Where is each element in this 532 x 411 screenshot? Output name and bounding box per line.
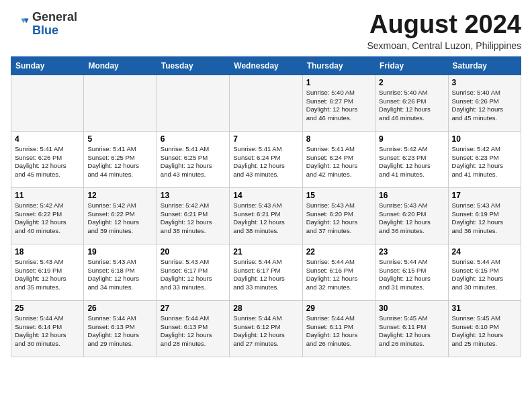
- calendar-cell: 31Sunrise: 5:45 AMSunset: 6:10 PMDayligh…: [448, 300, 521, 357]
- calendar-cell: [84, 75, 157, 131]
- calendar-cell: 13Sunrise: 5:42 AMSunset: 6:21 PMDayligh…: [157, 187, 229, 244]
- day-info: Sunrise: 5:43 AMSunset: 6:19 PMDaylight:…: [15, 258, 80, 292]
- day-number: 18: [15, 247, 80, 257]
- day-info: Sunrise: 5:44 AMSunset: 6:11 PMDaylight:…: [306, 314, 371, 349]
- day-number: 15: [306, 191, 371, 200]
- weekday-header-row: SundayMondayTuesdayWednesdayThursdayFrid…: [11, 56, 521, 75]
- day-info: Sunrise: 5:40 AMSunset: 6:26 PMDaylight:…: [452, 89, 517, 123]
- day-number: 1: [306, 78, 371, 87]
- calendar-cell: [157, 75, 229, 131]
- day-info: Sunrise: 5:41 AMSunset: 6:26 PMDaylight:…: [15, 145, 80, 179]
- logo-blue-text: Blue: [32, 24, 58, 37]
- calendar-header: SundayMondayTuesdayWednesdayThursdayFrid…: [11, 56, 521, 75]
- weekday-header-thursday: Thursday: [302, 56, 375, 75]
- day-info: Sunrise: 5:44 AMSunset: 6:15 PMDaylight:…: [452, 258, 517, 292]
- calendar-cell: 18Sunrise: 5:43 AMSunset: 6:19 PMDayligh…: [11, 244, 84, 300]
- day-info: Sunrise: 5:43 AMSunset: 6:20 PMDaylight:…: [379, 201, 444, 236]
- day-info: Sunrise: 5:42 AMSunset: 6:22 PMDaylight:…: [87, 201, 152, 236]
- calendar-cell: 14Sunrise: 5:43 AMSunset: 6:21 PMDayligh…: [230, 187, 302, 244]
- day-info: Sunrise: 5:42 AMSunset: 6:23 PMDaylight:…: [452, 145, 517, 179]
- calendar-cell: 6Sunrise: 5:41 AMSunset: 6:25 PMDaylight…: [157, 131, 229, 187]
- day-info: Sunrise: 5:41 AMSunset: 6:25 PMDaylight:…: [161, 145, 226, 179]
- day-info: Sunrise: 5:44 AMSunset: 6:15 PMDaylight:…: [379, 258, 444, 292]
- calendar-cell: 22Sunrise: 5:44 AMSunset: 6:16 PMDayligh…: [302, 244, 375, 300]
- day-number: 9: [379, 134, 444, 144]
- weekday-header-wednesday: Wednesday: [230, 56, 302, 75]
- calendar-cell: 12Sunrise: 5:42 AMSunset: 6:22 PMDayligh…: [84, 187, 157, 244]
- calendar-cell: 24Sunrise: 5:44 AMSunset: 6:15 PMDayligh…: [448, 244, 521, 300]
- day-number: 24: [452, 247, 517, 257]
- calendar-week-row: 18Sunrise: 5:43 AMSunset: 6:19 PMDayligh…: [11, 244, 521, 300]
- day-info: Sunrise: 5:44 AMSunset: 6:13 PMDaylight:…: [161, 314, 226, 349]
- day-number: 23: [379, 247, 444, 257]
- day-info: Sunrise: 5:40 AMSunset: 6:26 PMDaylight:…: [379, 89, 444, 123]
- day-info: Sunrise: 5:44 AMSunset: 6:17 PMDaylight:…: [233, 258, 298, 292]
- day-info: Sunrise: 5:42 AMSunset: 6:23 PMDaylight:…: [379, 145, 444, 179]
- calendar-week-row: 4Sunrise: 5:41 AMSunset: 6:26 PMDaylight…: [11, 131, 521, 187]
- calendar-cell: 25Sunrise: 5:44 AMSunset: 6:14 PMDayligh…: [11, 300, 84, 357]
- day-number: 25: [15, 304, 80, 313]
- day-number: 19: [87, 247, 152, 257]
- day-info: Sunrise: 5:43 AMSunset: 6:17 PMDaylight:…: [161, 258, 226, 292]
- day-number: 11: [15, 191, 80, 200]
- day-number: 16: [379, 191, 444, 200]
- calendar-cell: 26Sunrise: 5:44 AMSunset: 6:13 PMDayligh…: [84, 300, 157, 357]
- calendar-subtitle: Sexmoan, Central Luzon, Philippines: [367, 40, 521, 51]
- calendar-week-row: 25Sunrise: 5:44 AMSunset: 6:14 PMDayligh…: [11, 300, 521, 357]
- day-info: Sunrise: 5:41 AMSunset: 6:25 PMDaylight:…: [87, 145, 152, 179]
- calendar-cell: 7Sunrise: 5:41 AMSunset: 6:24 PMDaylight…: [230, 131, 302, 187]
- day-number: 22: [306, 247, 371, 257]
- calendar-body: 1Sunrise: 5:40 AMSunset: 6:27 PMDaylight…: [11, 75, 521, 357]
- day-info: Sunrise: 5:43 AMSunset: 6:20 PMDaylight:…: [306, 201, 371, 236]
- calendar-cell: 21Sunrise: 5:44 AMSunset: 6:17 PMDayligh…: [230, 244, 302, 300]
- weekday-header-tuesday: Tuesday: [157, 56, 229, 75]
- day-number: 30: [379, 304, 444, 313]
- calendar-title: August 2024: [367, 11, 521, 39]
- day-info: Sunrise: 5:42 AMSunset: 6:21 PMDaylight:…: [161, 201, 226, 236]
- weekday-header-sunday: Sunday: [11, 56, 84, 75]
- calendar-cell: 10Sunrise: 5:42 AMSunset: 6:23 PMDayligh…: [448, 131, 521, 187]
- day-number: 12: [87, 191, 152, 200]
- calendar-cell: 3Sunrise: 5:40 AMSunset: 6:26 PMDaylight…: [448, 75, 521, 131]
- day-info: Sunrise: 5:45 AMSunset: 6:10 PMDaylight:…: [452, 314, 517, 349]
- page-header: General Blue August 2024 Sexmoan, Centra…: [11, 11, 521, 51]
- logo-general-text: General: [32, 10, 77, 24]
- calendar-week-row: 11Sunrise: 5:42 AMSunset: 6:22 PMDayligh…: [11, 187, 521, 244]
- calendar-cell: 20Sunrise: 5:43 AMSunset: 6:17 PMDayligh…: [157, 244, 229, 300]
- day-info: Sunrise: 5:43 AMSunset: 6:19 PMDaylight:…: [452, 201, 517, 236]
- day-number: 2: [379, 78, 444, 87]
- day-number: 29: [306, 304, 371, 313]
- day-info: Sunrise: 5:41 AMSunset: 6:24 PMDaylight:…: [233, 145, 298, 179]
- weekday-header-monday: Monday: [84, 56, 157, 75]
- calendar-cell: 30Sunrise: 5:45 AMSunset: 6:11 PMDayligh…: [375, 300, 448, 357]
- day-info: Sunrise: 5:42 AMSunset: 6:22 PMDaylight:…: [15, 201, 80, 236]
- calendar-cell: 27Sunrise: 5:44 AMSunset: 6:13 PMDayligh…: [157, 300, 229, 357]
- calendar-cell: 23Sunrise: 5:44 AMSunset: 6:15 PMDayligh…: [375, 244, 448, 300]
- day-number: 13: [161, 191, 226, 200]
- calendar-cell: 29Sunrise: 5:44 AMSunset: 6:11 PMDayligh…: [302, 300, 375, 357]
- day-info: Sunrise: 5:44 AMSunset: 6:12 PMDaylight:…: [233, 314, 298, 349]
- calendar-cell: 2Sunrise: 5:40 AMSunset: 6:26 PMDaylight…: [375, 75, 448, 131]
- day-number: 27: [161, 304, 226, 313]
- calendar-cell: 5Sunrise: 5:41 AMSunset: 6:25 PMDaylight…: [84, 131, 157, 187]
- day-info: Sunrise: 5:44 AMSunset: 6:13 PMDaylight:…: [87, 314, 152, 349]
- title-block: August 2024 Sexmoan, Central Luzon, Phil…: [367, 11, 521, 51]
- day-number: 26: [87, 304, 152, 313]
- calendar-cell: 17Sunrise: 5:43 AMSunset: 6:19 PMDayligh…: [448, 187, 521, 244]
- calendar-cell: 9Sunrise: 5:42 AMSunset: 6:23 PMDaylight…: [375, 131, 448, 187]
- calendar-cell: 15Sunrise: 5:43 AMSunset: 6:20 PMDayligh…: [302, 187, 375, 244]
- day-number: 6: [161, 134, 226, 144]
- calendar-cell: 16Sunrise: 5:43 AMSunset: 6:20 PMDayligh…: [375, 187, 448, 244]
- day-number: 10: [452, 134, 517, 144]
- day-info: Sunrise: 5:45 AMSunset: 6:11 PMDaylight:…: [379, 314, 444, 349]
- day-info: Sunrise: 5:44 AMSunset: 6:16 PMDaylight:…: [306, 258, 371, 292]
- day-info: Sunrise: 5:43 AMSunset: 6:18 PMDaylight:…: [87, 258, 152, 292]
- day-info: Sunrise: 5:44 AMSunset: 6:14 PMDaylight:…: [15, 314, 80, 349]
- day-number: 3: [452, 78, 517, 87]
- calendar-cell: 28Sunrise: 5:44 AMSunset: 6:12 PMDayligh…: [230, 300, 302, 357]
- day-info: Sunrise: 5:40 AMSunset: 6:27 PMDaylight:…: [306, 89, 371, 123]
- day-number: 8: [306, 134, 371, 144]
- day-number: 17: [452, 191, 517, 200]
- weekday-header-saturday: Saturday: [448, 56, 521, 75]
- calendar-cell: 8Sunrise: 5:41 AMSunset: 6:24 PMDaylight…: [302, 131, 375, 187]
